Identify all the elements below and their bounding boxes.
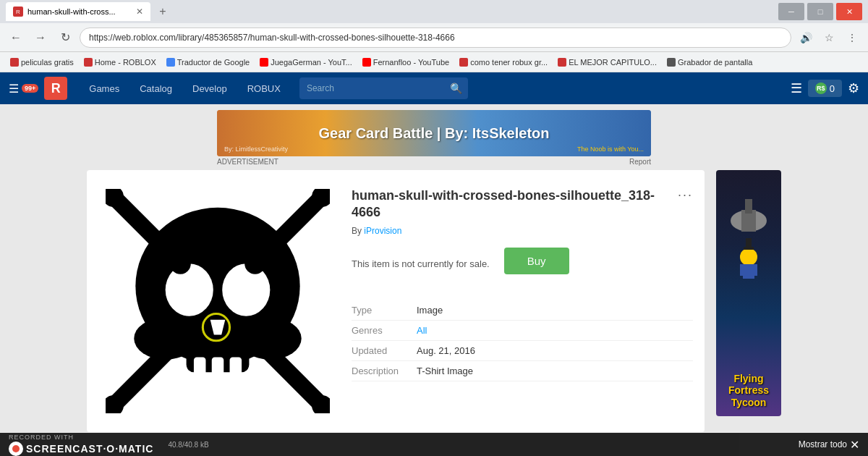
meta-table: Type Image Genres All Updated Aug. 21, 2… [352, 300, 693, 381]
creator-link[interactable]: iProvision [364, 226, 401, 236]
minimize-button[interactable]: ─ [778, 3, 804, 20]
svg-point-11 [170, 253, 191, 274]
roblox-logo[interactable]: R [44, 77, 67, 100]
hamburger-icon[interactable]: ☰ [9, 82, 19, 96]
tab-title: human-skull-with-cross... [27, 7, 116, 16]
menu-icon[interactable]: ⋮ [842, 28, 862, 48]
bookmarks-bar: peliculas gratis Home - ROBLOX Traductor… [0, 52, 868, 72]
meta-genres-row: Genres All [352, 321, 693, 341]
genres-value[interactable]: All [417, 325, 427, 336]
bookmark-label: JuegaGerman - YouT... [271, 58, 352, 67]
bookmark-label: Fernanfloo - YouTube [373, 58, 449, 67]
bookmark-favicon [667, 58, 676, 67]
bookmark-label: EL MEJOR CAPITULO... [569, 58, 657, 67]
svg-point-20 [248, 332, 269, 352]
address-icons: 🔊 ☆ ⋮ [796, 28, 862, 48]
meta-updated-row: Updated Aug. 21, 2016 [352, 341, 693, 361]
back-button[interactable]: ← [6, 28, 26, 48]
screencast-bar: RECORDED WITH SCREENCAST·O·MATIC 40.8/40… [0, 433, 868, 456]
bookmark-peliculas[interactable]: peliculas gratis [6, 56, 78, 68]
advertisement-section: By: LimitlessCreativity The Noob is with… [0, 104, 868, 170]
svg-rect-5 [212, 358, 224, 380]
bookmark-fernanfloo[interactable]: Fernanfloo - YouTube [358, 56, 454, 68]
description-label: Description [352, 366, 417, 376]
item-title: human-skull-with-crossed-bones-silhouett… [352, 187, 693, 221]
roblox-navbar: ☰ 99+ R Games Catalog Develop ROBUX 🔍 ☰ … [0, 72, 868, 104]
browser-frame: R human-skull-with-cross... ✕ + ─ □ ✕ ← … [0, 0, 868, 456]
bookmark-favicon [558, 58, 566, 67]
notification-badge[interactable]: 99+ [22, 84, 38, 93]
reload-button[interactable]: ↻ [55, 28, 75, 48]
new-tab-button[interactable]: + [153, 2, 172, 21]
screencast-inner-circle [12, 445, 20, 452]
svg-point-8 [222, 263, 270, 316]
close-button[interactable]: ✕ [836, 3, 862, 20]
bookmark-favicon [10, 58, 19, 67]
forward-button[interactable]: → [30, 28, 51, 48]
robux-display[interactable]: R$ 0 [808, 80, 842, 97]
bookmark-robux[interactable]: como tener robux gr... [455, 56, 552, 68]
search-button[interactable]: 🔍 [444, 83, 468, 94]
svg-point-14 [244, 253, 265, 274]
buy-button[interactable]: Buy [504, 248, 569, 274]
page-content: ☰ 99+ R Games Catalog Develop ROBUX 🔍 ☰ … [0, 72, 868, 456]
search-input[interactable] [299, 83, 444, 93]
right-ad-art [720, 177, 778, 322]
search-area: 🔍 [299, 77, 468, 99]
ad-report[interactable]: Report [629, 158, 651, 166]
svg-rect-6 [230, 358, 242, 380]
mostrar-todo-button[interactable]: Mostrar todo [799, 439, 847, 449]
item-image-container [98, 182, 337, 421]
bookmark-traductor[interactable]: Traductor de Google [162, 56, 254, 68]
robux-icon: R$ [815, 83, 827, 94]
tab-favicon: R [13, 7, 23, 17]
item-section: ··· human-skull-with-crossed-bones-silho… [87, 170, 705, 432]
bookmark-grabador[interactable]: Grabador de pantalla [663, 56, 757, 68]
svg-point-17 [166, 332, 187, 352]
tab-close-button[interactable]: ✕ [136, 7, 143, 17]
bookmark-favicon [459, 58, 468, 67]
bookmark-label: peliculas gratis [21, 58, 74, 67]
genres-label: Genres [352, 325, 417, 336]
nav-develop[interactable]: Develop [182, 72, 237, 104]
meta-description-row: Description T-Shirt Image [352, 361, 693, 381]
bookmark-favicon [260, 58, 268, 67]
browser-tab[interactable]: R human-skull-with-cross... ✕ [6, 2, 150, 21]
download-info: 40.8/40.8 kB [168, 441, 208, 449]
right-ad-section: Flying Fortress Tycoon [716, 170, 781, 432]
nav-games[interactable]: Games [79, 72, 129, 104]
bookmark-favicon [362, 58, 371, 67]
nav-list-icon[interactable]: ☰ [791, 80, 802, 96]
ad-meta: ADVERTISEMENT Report [217, 156, 651, 167]
updated-value: Aug. 21, 2016 [417, 345, 475, 356]
maximize-button[interactable]: □ [807, 3, 833, 20]
nav-catalog[interactable]: Catalog [129, 72, 182, 104]
ad-sub-text: By: LimitlessCreativity [224, 145, 288, 153]
more-options-button[interactable]: ··· [678, 187, 693, 203]
type-label: Type [352, 305, 417, 316]
bookmark-label: Traductor de Google [177, 58, 250, 67]
nav-robux[interactable]: ROBUX [237, 72, 291, 104]
screencast-recorded-label: RECORDED WITH [9, 434, 74, 441]
read-aloud-icon[interactable]: 🔊 [796, 28, 816, 48]
meta-type-row: Type Image [352, 300, 693, 321]
bookmark-juegagerman[interactable]: JuegaGerman - YouT... [255, 56, 357, 68]
bookmark-label: Home - ROBLOX [95, 58, 156, 67]
creator-prefix: By [352, 226, 364, 236]
svg-rect-31 [746, 238, 752, 248]
right-ad-image[interactable]: Flying Fortress Tycoon [716, 170, 781, 416]
ad-text: Gear Card Battle | By: ItsSkeleton [318, 125, 549, 142]
description-value: T-Shirt Image [417, 366, 473, 376]
bookmark-capitulo[interactable]: EL MEJOR CAPITULO... [553, 56, 661, 68]
bookmark-star-icon[interactable]: ☆ [819, 28, 839, 48]
bookmark-label: como tener robux gr... [470, 58, 548, 67]
bookmark-roblox[interactable]: Home - ROBLOX [80, 56, 161, 68]
url-input[interactable] [80, 28, 791, 48]
item-creator: By iProvision [352, 226, 693, 236]
settings-icon[interactable]: ⚙ [848, 80, 859, 96]
svg-rect-4 [194, 358, 206, 380]
nav-right: ☰ R$ 0 ⚙ [791, 80, 859, 97]
ad-label: ADVERTISEMENT [217, 158, 278, 166]
screencast-close-button[interactable]: ✕ [850, 438, 859, 452]
hamburger-area: ☰ 99+ [9, 82, 38, 96]
